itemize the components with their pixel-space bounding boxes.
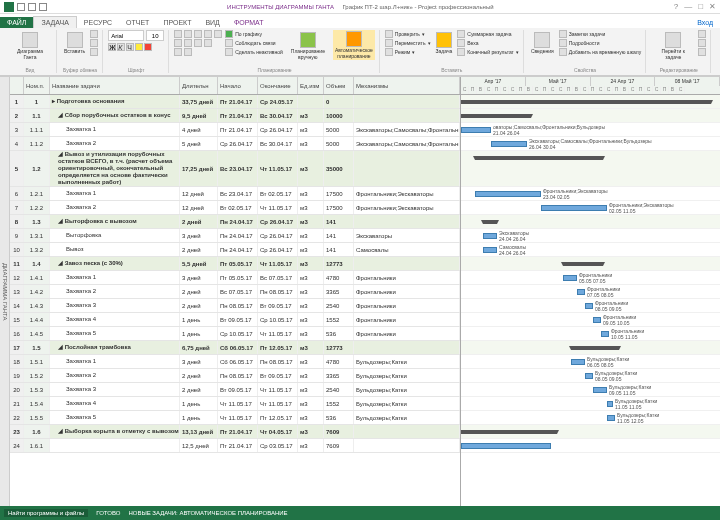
cell-start[interactable]: Вс 23.04.17 bbox=[218, 151, 258, 186]
cell-end[interactable]: Пн 08.05.17 bbox=[258, 285, 298, 298]
format-painter-button[interactable] bbox=[90, 48, 98, 56]
cell-name[interactable]: Захватка 1 bbox=[50, 123, 180, 136]
cell-wbs[interactable]: 1.5.5 bbox=[24, 411, 50, 424]
table-row[interactable]: 21.1◢ Сбор порубочных остатков в конус9,… bbox=[10, 109, 460, 123]
cell-end[interactable]: Ср 26.04.17 bbox=[258, 123, 298, 136]
cell-wbs[interactable]: 1.4.5 bbox=[24, 327, 50, 340]
task-bar[interactable] bbox=[607, 401, 613, 407]
table-row[interactable]: 91.3.1Выторфовка3 днейПн 24.04.17Ср 26.0… bbox=[10, 229, 460, 243]
cell-name[interactable]: Захватка 3 bbox=[50, 383, 180, 396]
tab-resource[interactable]: РЕСУРС bbox=[77, 17, 119, 28]
cell-start[interactable]: Пт 21.04.17 bbox=[218, 123, 258, 136]
inspect-button[interactable]: Проверить ▾ bbox=[385, 30, 431, 38]
cell-unit[interactable]: м3 bbox=[298, 425, 324, 438]
cell-end[interactable]: Ср 03.05.17 bbox=[258, 439, 298, 452]
cell-wbs[interactable]: 1.4.2 bbox=[24, 285, 50, 298]
qat-undo-icon[interactable] bbox=[28, 3, 36, 11]
summary-bar[interactable] bbox=[461, 114, 531, 118]
task-bar[interactable] bbox=[607, 415, 615, 421]
row-number[interactable]: 10 bbox=[10, 243, 24, 256]
cell-unit[interactable]: м3 bbox=[298, 439, 324, 452]
cell-end[interactable]: Ср 10.05.17 bbox=[258, 313, 298, 326]
cell-volume[interactable]: 141 bbox=[324, 215, 354, 228]
cell-wbs[interactable]: 1.5.2 bbox=[24, 369, 50, 382]
cell-end[interactable]: Пт 12.05.17 bbox=[258, 411, 298, 424]
cell-wbs[interactable]: 1.1 bbox=[24, 109, 50, 122]
cell-wbs[interactable]: 1.6 bbox=[24, 425, 50, 438]
row-number[interactable]: 7 bbox=[10, 201, 24, 214]
cell-start[interactable]: Пт 21.04.17 bbox=[218, 95, 258, 108]
cell-mechanisms[interactable]: Бульдозеры;Катки bbox=[354, 369, 460, 382]
cell-mechanisms[interactable] bbox=[354, 439, 460, 452]
cell-start[interactable]: Пн 24.04.17 bbox=[218, 215, 258, 228]
row-number[interactable]: 11 bbox=[10, 257, 24, 270]
cell-duration[interactable]: 2 дней bbox=[180, 369, 218, 382]
cell-volume[interactable]: 5000 bbox=[324, 123, 354, 136]
cell-duration[interactable]: 2 дней bbox=[180, 243, 218, 256]
table-row[interactable]: 31.1.1Захватка 14 днейПт 21.04.17Ср 26.0… bbox=[10, 123, 460, 137]
cell-mechanisms[interactable]: Фронтальники bbox=[354, 299, 460, 312]
task-button[interactable]: Задача bbox=[434, 30, 455, 57]
cell-end[interactable]: Чт 11.05.17 bbox=[258, 201, 298, 214]
cell-unit[interactable]: м3 bbox=[298, 257, 324, 270]
cell-wbs[interactable]: 1.3 bbox=[24, 215, 50, 228]
cell-start[interactable]: Вс 07.05.17 bbox=[218, 285, 258, 298]
cell-wbs[interactable]: 1.5.3 bbox=[24, 383, 50, 396]
details-button[interactable]: Подробности bbox=[559, 39, 642, 47]
cell-end[interactable]: Вт 09.05.17 bbox=[258, 299, 298, 312]
cell-mechanisms[interactable]: Фронтальники;Экскаваторы bbox=[354, 201, 460, 214]
cell-name[interactable]: Вывоз bbox=[50, 243, 180, 256]
cell-start[interactable]: Ср 26.04.17 bbox=[218, 137, 258, 150]
cell-volume[interactable]: 3365 bbox=[324, 369, 354, 382]
cell-duration[interactable]: 12,5 дней bbox=[180, 439, 218, 452]
cell-duration[interactable]: 1 день bbox=[180, 397, 218, 410]
cell-end[interactable]: Чт 11.05.17 bbox=[258, 327, 298, 340]
row-number[interactable]: 5 bbox=[10, 151, 24, 186]
cell-name[interactable]: ◢ Вывоз и утилизация порубочных остатков… bbox=[50, 151, 180, 186]
cell-volume[interactable]: 17500 bbox=[324, 187, 354, 200]
link-buttons[interactable] bbox=[174, 48, 222, 56]
row-number[interactable]: 19 bbox=[10, 369, 24, 382]
cell-mechanisms[interactable] bbox=[354, 215, 460, 228]
table-row[interactable]: 61.2.1Захватка 112 днейВс 23.04.17Вт 02.… bbox=[10, 187, 460, 201]
header-duration[interactable]: Длительн bbox=[180, 77, 218, 94]
cell-wbs[interactable]: 1.1.2 bbox=[24, 137, 50, 150]
cell-name[interactable]: Захватка 4 bbox=[50, 397, 180, 410]
cell-mechanisms[interactable]: Фронтальники bbox=[354, 271, 460, 284]
cell-end[interactable]: Чт 11.05.17 bbox=[258, 383, 298, 396]
cell-start[interactable]: Пн 08.05.17 bbox=[218, 369, 258, 382]
cell-name[interactable]: Захватка 2 bbox=[50, 285, 180, 298]
cell-name[interactable]: Захватка 2 bbox=[50, 137, 180, 150]
cell-name[interactable]: ▸ Подготовка основания bbox=[50, 95, 180, 108]
cell-duration[interactable]: 1 день bbox=[180, 313, 218, 326]
row-number[interactable]: 24 bbox=[10, 439, 24, 452]
cell-mechanisms[interactable]: Фронтальники bbox=[354, 327, 460, 340]
view-sidebar[interactable]: ДИАГРАММА ГАНТА bbox=[0, 77, 10, 506]
cell-unit[interactable]: м3 bbox=[298, 187, 324, 200]
cut-button[interactable] bbox=[90, 30, 98, 38]
row-number[interactable]: 15 bbox=[10, 313, 24, 326]
cell-volume[interactable]: 35000 bbox=[324, 151, 354, 186]
cell-unit[interactable]: м3 bbox=[298, 243, 324, 256]
task-bar[interactable] bbox=[601, 331, 609, 337]
cell-duration[interactable]: 3 дней bbox=[180, 229, 218, 242]
cell-volume[interactable]: 5000 bbox=[324, 137, 354, 150]
task-bar[interactable] bbox=[577, 289, 585, 295]
task-bar[interactable] bbox=[563, 275, 577, 281]
grid-body[interactable]: 11▸ Подготовка основания33,75 днейПт 21.… bbox=[10, 95, 460, 506]
cell-unit[interactable]: м3 bbox=[298, 229, 324, 242]
qat-redo-icon[interactable] bbox=[39, 3, 47, 11]
cell-end[interactable]: Вт 09.05.17 bbox=[258, 369, 298, 382]
cell-start[interactable]: Вт 02.05.17 bbox=[218, 201, 258, 214]
cell-duration[interactable]: 1 день bbox=[180, 411, 218, 424]
cell-wbs[interactable]: 1.2 bbox=[24, 151, 50, 186]
cell-mechanisms[interactable]: Самосвалы bbox=[354, 243, 460, 256]
cell-duration[interactable]: 6,75 дней bbox=[180, 341, 218, 354]
respect-links-button[interactable]: Соблюдать связи bbox=[225, 39, 283, 47]
cell-start[interactable]: Сб 06.05.17 bbox=[218, 341, 258, 354]
cell-unit[interactable]: м3 bbox=[298, 201, 324, 214]
cell-start[interactable]: Чт 11.05.17 bbox=[218, 397, 258, 410]
font-size-input[interactable] bbox=[146, 30, 164, 41]
find-button[interactable] bbox=[698, 30, 706, 38]
info-button[interactable]: Сведения bbox=[529, 30, 556, 57]
